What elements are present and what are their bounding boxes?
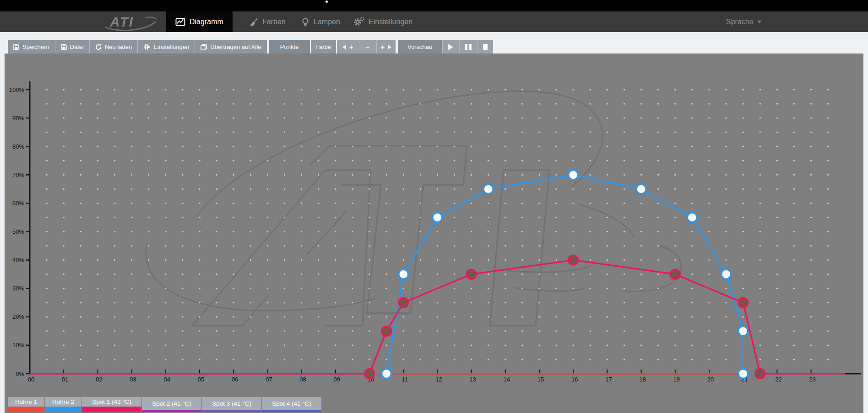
data-point[interactable] (483, 184, 493, 194)
ati-watermark (146, 91, 681, 326)
channel-tab-1[interactable]: Röhre 1 (8, 397, 44, 412)
data-point[interactable] (687, 213, 697, 222)
notification-dot (326, 0, 328, 3)
channel-tab-2[interactable]: Röhre 2 (45, 397, 81, 412)
gears-icon (353, 17, 364, 27)
data-point[interactable] (382, 369, 391, 379)
channel-color-bar (45, 407, 81, 412)
svg-text:22: 22 (775, 376, 781, 383)
svg-text:18: 18 (639, 376, 646, 383)
tab-einstellungen[interactable]: Einstellungen (344, 11, 422, 32)
data-point[interactable] (636, 184, 646, 194)
pause-button[interactable] (459, 40, 477, 54)
file-icon (61, 44, 67, 50)
tab-lampen-label: Lampen (314, 18, 340, 26)
svg-text:40%: 40% (12, 257, 24, 263)
chart-toolbar: Speichern Datei Neu laden Einstellungen (8, 40, 493, 54)
chart-line-icon (175, 17, 185, 27)
settings-button[interactable]: Einstellungen (137, 40, 195, 54)
tab-farben[interactable]: Farben (240, 11, 295, 32)
color-button[interactable]: Farbe (311, 40, 336, 54)
data-point[interactable] (738, 369, 748, 379)
svg-text:23: 23 (809, 376, 815, 383)
svg-text:11: 11 (401, 376, 408, 383)
plus-icon: + (380, 43, 385, 50)
svg-text:10%: 10% (12, 342, 24, 349)
svg-text:50%: 50% (12, 228, 24, 235)
data-point[interactable] (433, 213, 442, 222)
stop-icon (483, 44, 488, 50)
tab-lampen[interactable]: Lampen (292, 11, 349, 32)
chart-axes: 0%10%20%30%40%50%60%70%80%90%100%0001020… (9, 81, 861, 383)
svg-text:08: 08 (299, 376, 306, 383)
data-point[interactable] (670, 269, 680, 279)
svg-text:17: 17 (605, 376, 612, 383)
svg-text:90%: 90% (12, 115, 24, 122)
chevron-down-icon (757, 21, 762, 23)
language-menu-label: Sprache (726, 18, 754, 26)
svg-text:60%: 60% (12, 200, 24, 207)
zoom-out-button[interactable]: − (359, 40, 376, 54)
data-point[interactable] (467, 269, 476, 279)
channel-tab-3[interactable]: Spot 1 (43 °C) (82, 397, 141, 412)
svg-text:03: 03 (130, 376, 136, 383)
channel-tab-label: Spot 3 (41 °C) (202, 397, 261, 410)
data-point[interactable] (738, 298, 748, 307)
transfer-all-button[interactable]: Übertragen auf Alle (195, 40, 266, 54)
reload-button[interactable]: Neu laden (89, 40, 137, 54)
channel-tab-label: Spot 2 (41 °C) (142, 397, 201, 410)
file-button[interactable]: Datei (55, 40, 89, 54)
channel-tab-label: Spot 4 (41 °C) (262, 397, 321, 410)
data-point[interactable] (755, 369, 765, 379)
play-button[interactable] (442, 40, 459, 54)
data-point[interactable] (738, 326, 748, 336)
channel-tab-4[interactable]: Spot 2 (41 °C) (142, 397, 201, 412)
channel-tab-6[interactable]: Spot 4 (41 °C) (262, 397, 321, 412)
channel-tab-label: Spot 1 (43 °C) (82, 397, 141, 407)
dimming-curve-chart[interactable]: 0%10%20%30%40%50%60%70%80%90%100%0001020… (5, 54, 863, 413)
save-button[interactable]: Speichern (8, 40, 55, 54)
zoom-in-x2-button[interactable]: + (376, 40, 396, 54)
svg-text:01: 01 (62, 376, 68, 383)
channel-color-bar (262, 410, 321, 412)
preview-button-label: Vorschau (407, 43, 432, 50)
transfer-all-button-label: Übertragen auf Alle (210, 43, 261, 50)
zoom-in-x-button[interactable]: + (337, 40, 359, 54)
points-button[interactable]: Punkte (269, 40, 310, 54)
preview-button[interactable]: Vorschau (398, 40, 442, 54)
save-icon (13, 44, 19, 50)
stop-button[interactable] (477, 40, 493, 54)
arrow-right-icon (388, 45, 391, 49)
color-button-label: Farbe (315, 43, 331, 50)
plus-icon: + (349, 43, 353, 50)
channel-color-bar (82, 407, 141, 412)
svg-text:30%: 30% (12, 285, 24, 292)
data-point[interactable] (569, 255, 578, 265)
data-point[interactable] (399, 298, 408, 307)
copy-icon (201, 44, 207, 50)
channel-tab-5[interactable]: Spot 3 (41 °C) (202, 397, 261, 412)
svg-text:ATI: ATI (109, 14, 134, 29)
data-point[interactable] (399, 269, 408, 279)
tab-einstellungen-label: Einstellungen (369, 18, 412, 26)
svg-text:20%: 20% (12, 313, 24, 320)
svg-text:13: 13 (469, 376, 476, 383)
data-point[interactable] (382, 326, 391, 336)
svg-text:06: 06 (232, 376, 238, 383)
svg-text:00: 00 (28, 376, 34, 383)
data-point[interactable] (365, 369, 374, 379)
save-button-label: Speichern (22, 43, 49, 50)
svg-text:15: 15 (537, 376, 544, 383)
tab-diagramm[interactable]: Diagramm (166, 11, 233, 32)
data-point[interactable] (569, 170, 578, 180)
points-button-label: Punkte (280, 43, 298, 50)
settings-button-label: Einstellungen (153, 43, 189, 50)
channel-tab-strip: Röhre 1Röhre 2Spot 1 (43 °C)Spot 2 (41 °… (8, 397, 322, 413)
svg-text:14: 14 (504, 376, 510, 383)
data-point[interactable] (722, 269, 731, 279)
language-menu[interactable]: Sprache (726, 11, 762, 32)
tab-farben-label: Farben (262, 18, 286, 26)
chart-canvas: 0%10%20%30%40%50%60%70%80%90%100%0001020… (5, 54, 863, 413)
svg-text:80%: 80% (12, 143, 24, 150)
svg-text:70%: 70% (12, 172, 24, 178)
